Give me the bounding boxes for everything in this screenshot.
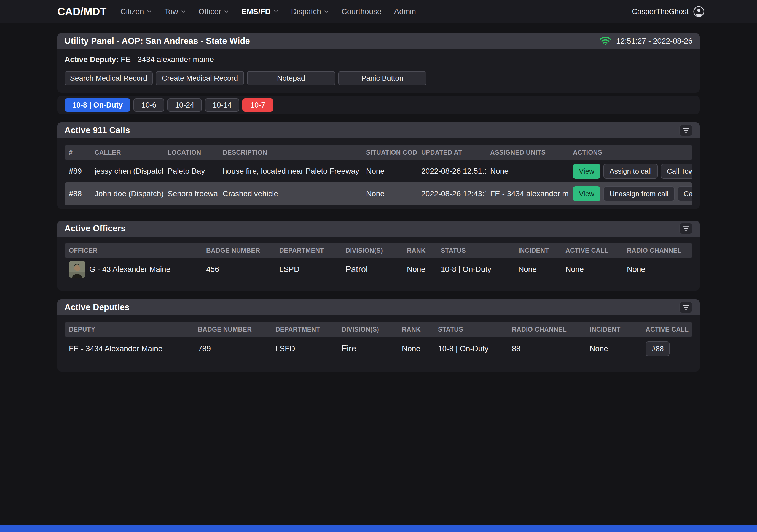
cell-status: 10-8 | On-Duty [434, 344, 507, 353]
column-header-department: Department [275, 247, 341, 254]
user-menu[interactable]: CasperTheGhost [632, 6, 705, 17]
cell-incident: None [585, 344, 641, 353]
column-header-status: Status [434, 326, 507, 333]
calls-filter-button[interactable] [679, 125, 692, 136]
cell-location: Paleto Bay [163, 167, 218, 176]
create-medical-record-button[interactable]: Create Medical Record [156, 71, 244, 85]
filter-icon [682, 226, 689, 231]
wifi-icon [599, 36, 612, 46]
main-menu: CitizenTowOfficerEMS/FDDispatchCourthous… [120, 7, 416, 16]
cell-radio_channel: 88 [507, 344, 585, 353]
assign-to-call-button[interactable]: Assign to call [603, 164, 658, 179]
cell-badge_number: 456 [202, 265, 275, 274]
main-content: Utility Panel - AOP: San Andreas - State… [57, 23, 700, 371]
panic-button-button[interactable]: Panic Button [338, 71, 426, 85]
cell-status: 10-8 | On-Duty [437, 265, 514, 274]
cell-rank: None [398, 344, 434, 353]
table-row: FE - 3434 Alexander Maine789LSFDFireNone… [65, 337, 692, 361]
view-button[interactable]: View [573, 186, 600, 201]
status-button-10-7[interactable]: 10-7 [242, 99, 273, 112]
cell-description: house fire, located near Paleto Freeway [218, 167, 362, 176]
cell-situation_code: None [362, 167, 417, 176]
column-header-active-call: Active Call [641, 326, 692, 333]
nav-item-ems-fd[interactable]: EMS/FD [241, 7, 278, 16]
search-medical-record-button[interactable]: Search Medical Record [65, 71, 153, 85]
cell-incident: None [514, 265, 561, 274]
table-row: #88John doe (Dispatch)Senora freewayCras… [65, 183, 692, 205]
cell-badge_number: 789 [194, 344, 271, 353]
nav-item-tow[interactable]: Tow [164, 7, 186, 16]
nav-item-citizen[interactable]: Citizen [120, 7, 152, 16]
deputies-filter-button[interactable] [679, 302, 692, 313]
column-header-actions: Actions [568, 149, 692, 156]
cell-assigned_units: FE - 3434 alexander maine [486, 190, 568, 198]
top-navbar: CAD/MDT CitizenTowOfficerEMS/FDDispatchC… [0, 0, 757, 23]
nav-item-admin[interactable]: Admin [394, 7, 416, 16]
column-header-badge-number: Badge Number [202, 247, 275, 254]
filter-icon [682, 128, 689, 133]
status-button-10-24[interactable]: 10-24 [167, 99, 202, 112]
unassign-from-call-button[interactable]: Unassign from call [603, 186, 675, 201]
cell-officer: G - 43 Alexander Maine [65, 261, 202, 278]
cell-deputy: FE - 3434 Alexander Maine [65, 344, 194, 353]
nav-item-dispatch[interactable]: Dispatch [291, 7, 329, 16]
column-header-location: Location [163, 149, 218, 156]
table-row: G - 43 Alexander Maine456LSPDPatrolNone1… [65, 258, 692, 281]
officers-filter-button[interactable] [679, 223, 692, 234]
calls-table: #CallerLocationDescriptionSituation Code… [65, 145, 692, 205]
column-header-active-call: Active Call [561, 247, 622, 254]
nav-item-label: Officer [198, 7, 221, 16]
call-tow-button[interactable]: Call Tow [661, 164, 692, 179]
app-logo[interactable]: CAD/MDT [57, 6, 107, 18]
cell-active_call: None [561, 265, 622, 274]
bottom-bar [0, 525, 757, 532]
cell-assigned_units: None [486, 167, 568, 176]
cell-division: Patrol [341, 264, 403, 274]
view-button[interactable]: View [573, 164, 600, 179]
call-tow-button[interactable]: Call Tow [678, 186, 692, 201]
column-header-division-s: Division(s) [337, 326, 398, 333]
cell-division: Fire [337, 344, 398, 354]
nav-item-label: Admin [394, 7, 416, 16]
nav-item-label: Courthouse [342, 7, 381, 16]
cell-caller: John doe (Dispatch) [90, 190, 163, 198]
cell-actions: ViewUnassign from callCall Tow [568, 186, 692, 201]
active-call-button[interactable]: #88 [646, 341, 670, 356]
status-button-10-6[interactable]: 10-6 [134, 99, 164, 112]
column-header-deputy: Deputy [65, 326, 194, 333]
nav-item-officer[interactable]: Officer [198, 7, 229, 16]
column-header-badge-number: Badge Number [194, 326, 271, 333]
column-header-officer: Officer [65, 247, 202, 254]
active-officers-header: Active Officers [57, 221, 700, 237]
active-deputy-label: Active Deputy: [65, 55, 119, 64]
active-deputies-panel: Active Deputies DeputyBadge NumberDepart… [57, 299, 700, 371]
nav-item-courthouse[interactable]: Courthouse [342, 7, 381, 16]
table-header-row: #CallerLocationDescriptionSituation Code… [65, 145, 692, 160]
cell-rank: None [403, 265, 437, 274]
deputies-table: DeputyBadge NumberDepartmentDivision(s)R… [65, 322, 692, 361]
column-header-rank: Rank [398, 326, 434, 333]
cell-id: #88 [65, 190, 90, 198]
username: CasperTheGhost [632, 8, 689, 16]
column-header-situation-code: Situation Code [362, 149, 417, 156]
nav-item-label: Dispatch [291, 7, 321, 16]
status-button-10-14[interactable]: 10-14 [205, 99, 239, 112]
chevron-down-icon [224, 9, 229, 14]
notepad-button[interactable]: Notepad [247, 71, 335, 85]
cell-active-call: #88 [641, 341, 692, 356]
status-button-10-8-on-duty[interactable]: 10-8 | On-Duty [65, 99, 130, 112]
officers-table: OfficerBadge NumberDepartmentDivision(s)… [65, 243, 692, 281]
person-circle-icon [693, 6, 705, 17]
status-panel: 10-8 | On-Duty10-610-2410-1410-7 [57, 96, 700, 114]
active-deputies-header: Active Deputies [57, 299, 700, 315]
officer-name: G - 43 Alexander Maine [89, 265, 170, 274]
nav-item-label: Tow [164, 7, 178, 16]
active-officers-panel: Active Officers OfficerBadge NumberDepar… [57, 221, 700, 290]
cell-description: Crashed vehicle [218, 190, 362, 198]
column-header-radio-channel: Radio Channel [622, 247, 692, 254]
active-911-calls-panel: Active 911 Calls #CallerLocationDescript… [57, 122, 700, 209]
column-header-caller: Caller [90, 149, 163, 156]
utility-panel: Utility Panel - AOP: San Andreas - State… [57, 33, 700, 93]
column-header-incident: Incident [585, 326, 641, 333]
column-header-status: Status [437, 247, 514, 254]
